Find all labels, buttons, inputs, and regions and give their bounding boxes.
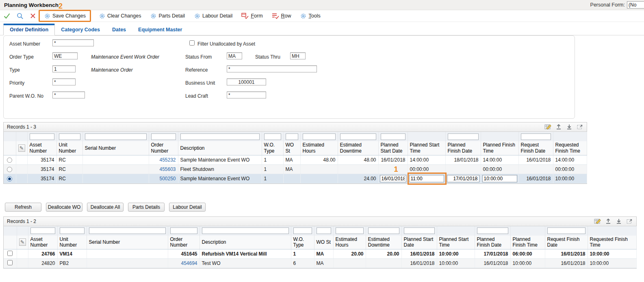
order-type-field[interactable] — [52, 52, 78, 59]
filter-input[interactable] — [180, 133, 260, 140]
filter-input[interactable] — [547, 227, 585, 234]
clear-changes-button[interactable]: Clear Changes — [96, 12, 143, 20]
labour-detail-button[interactable]: Labour Detail — [169, 203, 206, 212]
filter-input[interactable] — [30, 133, 54, 140]
customize-grid-icon[interactable] — [544, 123, 552, 131]
order-number-link[interactable]: 454694 — [181, 260, 197, 266]
filter-input[interactable] — [368, 227, 399, 234]
filter-input[interactable] — [202, 227, 289, 234]
filter-input[interactable] — [59, 133, 80, 140]
col-header-estimated-hours[interactable]: Estimated Hours — [333, 236, 366, 249]
filter-input[interactable] — [60, 227, 85, 234]
row-menu[interactable]: Row — [269, 12, 294, 20]
status-thru-field[interactable] — [290, 52, 306, 59]
type-field[interactable] — [52, 66, 76, 72]
row-select-radio[interactable] — [7, 157, 12, 163]
filter-input[interactable] — [89, 227, 166, 234]
form-menu[interactable]: Form — [239, 12, 265, 20]
pencil-icon[interactable]: ✎ — [18, 144, 25, 152]
col-header-planned-finish-date[interactable]: Planned Finish Date — [475, 236, 510, 249]
expand-grid-icon[interactable] — [576, 123, 583, 131]
filter-input[interactable] — [317, 227, 331, 234]
export-grid-icon[interactable] — [605, 218, 612, 225]
filter-input[interactable] — [303, 133, 336, 140]
col-header-planned-finish-time[interactable]: Planned Finish Time — [481, 141, 518, 155]
personal-form-select[interactable]: (No — [627, 1, 644, 9]
asset-number-field[interactable] — [52, 39, 94, 46]
col-header-unit-number[interactable]: Unit Number — [57, 236, 87, 249]
col-header-description[interactable]: Description — [199, 236, 291, 249]
tab-order-definition[interactable]: Order Definition — [3, 24, 55, 35]
col-header-description[interactable]: Description — [178, 141, 262, 155]
labour-detail-button[interactable]: Labour Detail — [191, 12, 235, 20]
refresh-button[interactable]: Refresh — [5, 203, 41, 212]
confirm-icon[interactable] — [2, 11, 11, 20]
col-header-planned-finish-time[interactable]: Planned Finish Time — [510, 236, 545, 249]
col-header-planned-start-date[interactable]: Planned Start Date — [378, 141, 408, 155]
tab-category-codes[interactable]: Category Codes — [55, 24, 106, 35]
col-header-unit-number[interactable]: Unit Number — [56, 141, 82, 155]
col-header-serial-number[interactable]: Serial Number — [87, 236, 168, 249]
tab-equipment-master[interactable]: Equipment Master — [132, 24, 188, 35]
filter-input[interactable] — [293, 227, 312, 234]
planned-start-time-input[interactable] — [409, 175, 444, 182]
filter-input[interactable] — [340, 133, 376, 140]
customize-grid-icon[interactable] — [594, 218, 601, 225]
col-header-estimated-downtime[interactable]: Estimated Downtime — [366, 236, 401, 249]
col-header-request-finish-date[interactable]: Request Finish Date — [518, 141, 553, 155]
row-select-radio[interactable] — [7, 176, 12, 181]
import-grid-icon[interactable] — [566, 123, 573, 131]
order-number-link[interactable]: 500250 — [159, 176, 176, 181]
lead-craft-field[interactable] — [227, 92, 266, 98]
cancel-icon[interactable] — [28, 11, 37, 20]
filter-input[interactable] — [404, 227, 435, 234]
planned-finish-date-input[interactable] — [447, 175, 479, 182]
parts-details-button[interactable]: Parts Details — [128, 203, 165, 212]
export-grid-icon[interactable] — [555, 123, 562, 131]
col-header-asset-number[interactable]: Asset Number — [28, 236, 57, 249]
col-header-order-number[interactable]: Order Number — [149, 141, 178, 155]
col-header-planned-start-time[interactable]: Planned Start Time — [437, 236, 475, 249]
col-header-wo-type[interactable]: W.O. Type — [291, 236, 314, 249]
col-header-requested-finish-time[interactable]: Requested Finish Time — [553, 141, 587, 155]
filter-input[interactable] — [381, 133, 405, 140]
col-header-planned-start-date[interactable]: Planned Start Date — [401, 236, 437, 249]
row-select-checkbox[interactable] — [7, 260, 13, 265]
filter-input[interactable] — [521, 133, 551, 140]
row-select-radio[interactable] — [7, 167, 12, 172]
col-header-planned-finish-date[interactable]: Planned Finish Date — [445, 141, 481, 155]
filter-input[interactable] — [286, 133, 298, 140]
filter-unallocated-checkbox[interactable] — [189, 40, 195, 46]
find-icon[interactable] — [15, 11, 24, 20]
filter-input[interactable] — [85, 133, 147, 140]
save-changes-button[interactable]: Save Changes 2 — [41, 12, 88, 20]
filter-input[interactable] — [477, 227, 508, 234]
filter-input[interactable] — [336, 227, 364, 234]
filter-input[interactable] — [448, 133, 479, 140]
col-header-request-finish-date[interactable]: Request Finish Date — [545, 236, 588, 249]
col-header-order-number[interactable]: Order Number — [168, 236, 199, 249]
col-header-estimated-downtime[interactable]: Estimated Downtime — [338, 141, 378, 155]
filter-input[interactable] — [170, 227, 197, 234]
col-header-wo-st[interactable]: WO St — [314, 236, 333, 249]
col-header-estimated-hours[interactable]: Estimated Hours — [300, 141, 338, 155]
col-header-wo-st[interactable]: WO St — [283, 141, 300, 155]
filter-input[interactable] — [264, 133, 281, 140]
planned-finish-time-input[interactable] — [482, 175, 517, 182]
expand-grid-icon[interactable] — [626, 218, 633, 225]
order-number-link[interactable]: 455232 — [159, 157, 176, 163]
col-header-asset-number[interactable]: Asset Number — [27, 141, 56, 155]
deallocate-wo-button[interactable]: Deallocate WO — [46, 203, 82, 212]
order-number-link[interactable]: 455603 — [159, 166, 176, 172]
reference-field[interactable] — [227, 66, 317, 72]
filter-input[interactable] — [30, 227, 55, 234]
tab-dates[interactable]: Dates — [106, 24, 132, 35]
row-select-checkbox[interactable] — [7, 251, 13, 256]
import-grid-icon[interactable] — [615, 218, 622, 225]
planned-start-date-input[interactable] — [380, 175, 406, 182]
col-header-requested-finish-time[interactable]: Requested Finish Time — [588, 236, 636, 249]
parent-wo-no-field[interactable] — [52, 92, 85, 98]
business-unit-field[interactable] — [227, 79, 266, 85]
col-header-wo-type[interactable]: W.O. Type — [262, 141, 283, 155]
col-header-serial-number[interactable]: Serial Number — [82, 141, 149, 155]
